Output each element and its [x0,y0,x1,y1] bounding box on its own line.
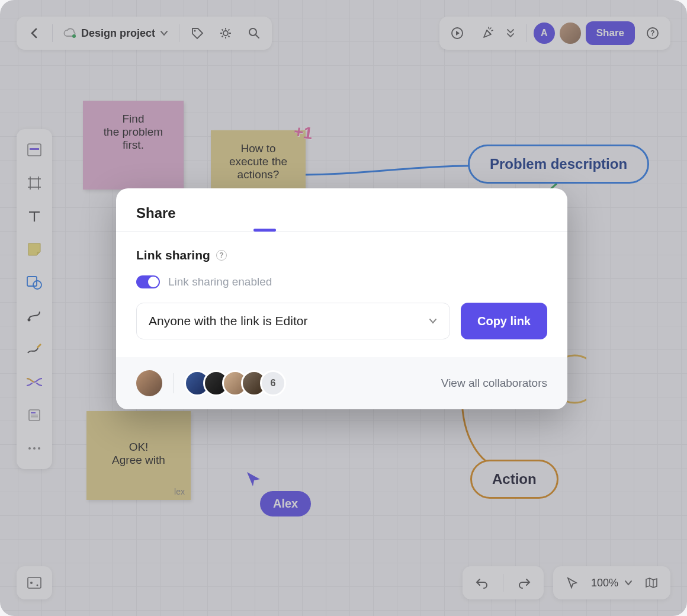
section-label: Link sharing [136,248,210,262]
view-all-label: View all collaborators [441,377,547,389]
modal-body: Link sharing ? Link sharing enabled Anyo… [116,232,567,357]
link-sharing-toggle-row: Link sharing enabled [136,275,547,288]
view-all-collaborators-link[interactable]: View all collaborators [441,377,547,390]
link-sharing-heading: Link sharing ? [136,248,547,262]
modal-footer: 6 View all collaborators [116,357,567,409]
copy-link-button[interactable]: Copy link [461,303,547,339]
owner-avatar[interactable] [136,370,162,396]
chevron-down-icon [428,316,438,326]
tab-indicator [253,229,276,232]
toggle-label: Link sharing enabled [168,275,272,288]
modal-header: Share [116,188,567,231]
collaborator-stack[interactable]: 6 [184,370,286,396]
access-option-label: Anyone with the link is Editor [149,314,307,328]
copy-link-label: Copy link [477,315,531,328]
separator [173,373,174,393]
modal-title: Share [136,205,176,221]
link-sharing-toggle[interactable] [136,275,160,288]
help-icon[interactable]: ? [216,250,227,261]
collaborator-more-count: 6 [260,370,286,396]
access-row: Anyone with the link is Editor Copy link [136,303,547,339]
share-modal: Share Link sharing ? Link sharing enable… [116,188,567,409]
access-level-select[interactable]: Anyone with the link is Editor [136,303,450,339]
